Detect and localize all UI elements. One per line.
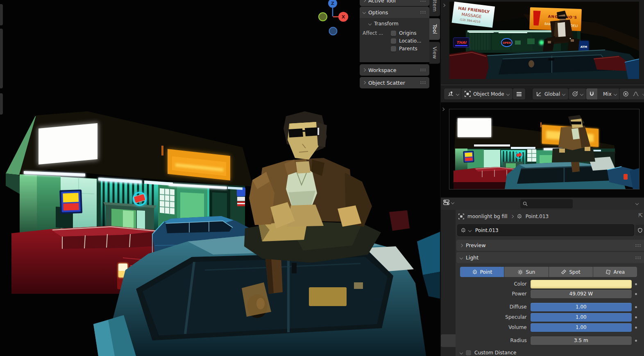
panel-body-options: Transform Affect ... Origins Locatio... … — [360, 18, 429, 62]
pivot-point-dropdown[interactable] — [569, 88, 586, 99]
snap-mode-dropdown[interactable]: Mix — [600, 91, 620, 97]
toolbar-button[interactable] — [0, 4, 3, 25]
color-swatch[interactable] — [531, 280, 632, 288]
light-icon — [460, 228, 466, 233]
volume-slider[interactable]: 1.00 — [531, 323, 632, 332]
toolbar-button[interactable] — [0, 93, 3, 115]
animate-dot[interactable] — [635, 340, 637, 342]
orientation-label: Global — [544, 91, 560, 97]
animate-dot[interactable] — [635, 293, 637, 295]
chevron-right-icon — [460, 243, 463, 247]
radius-field[interactable]: 3.5 m — [531, 336, 632, 345]
editor-type-button[interactable] — [443, 199, 454, 206]
transform-orientation-icon — [536, 91, 542, 97]
falloff-curve-icon[interactable] — [633, 91, 639, 97]
checkbox-origins[interactable] — [391, 31, 396, 36]
panel-header-light[interactable]: Light — [456, 252, 644, 263]
mode-dropdown[interactable]: Object Mode — [461, 88, 512, 99]
fake-user-button[interactable] — [635, 225, 644, 236]
collapse-arrow[interactable] — [442, 4, 445, 7]
subpanel-transform[interactable]: Transform — [360, 18, 429, 28]
editor-divider[interactable] — [440, 197, 644, 198]
point-light-icon — [517, 214, 522, 219]
panel-header-object-scatter[interactable]: Object Scatter — [360, 77, 429, 88]
breadcrumb-data[interactable]: Point.013 — [526, 214, 549, 219]
affect-label: Affect ... — [363, 30, 388, 36]
light-type-area[interactable]: Area — [593, 267, 637, 277]
id-name-field[interactable]: Point.013 — [458, 225, 634, 236]
pin-id-icon[interactable]: ⇱ — [638, 212, 643, 219]
checkbox-locations[interactable] — [391, 38, 396, 44]
chevron-down-icon[interactable] — [635, 202, 639, 205]
light-type-point[interactable]: Point — [460, 267, 504, 277]
shield-icon — [637, 228, 643, 233]
npanel-tab-item[interactable]: Item — [429, 0, 440, 16]
animate-dot[interactable] — [635, 306, 637, 308]
search-input[interactable] — [520, 199, 573, 208]
npanel-tab-view[interactable]: View — [429, 42, 440, 64]
svg-text:ATM: ATM — [581, 45, 587, 49]
light-type-spot[interactable]: Spot — [549, 267, 593, 277]
toolbar-button-group[interactable] — [0, 29, 3, 88]
point-light-icon — [472, 269, 478, 275]
viewport-3d[interactable]: Z X Active Tool Options Transform Affect… — [0, 0, 440, 356]
custom-distance-row[interactable]: Custom Distance — [460, 350, 516, 356]
panel-title: Preview — [466, 242, 486, 248]
panel-header-workspace[interactable]: Workspace — [360, 64, 429, 76]
chevron-down-icon — [642, 92, 644, 95]
properties-editor: moonlight bg fill Point.013 ⇱ Point.013 — [440, 198, 644, 356]
breadcrumb-object[interactable]: moonlight bg fill — [467, 214, 508, 219]
panel-title: Light — [466, 255, 478, 261]
chevron-right-icon — [363, 0, 366, 2]
name-field-value: Point.013 — [475, 228, 499, 233]
viewport-menu-button[interactable] — [513, 88, 525, 99]
chevron-right-icon — [363, 68, 366, 72]
npanel-tab-tool[interactable]: Tool — [429, 18, 440, 40]
panel-header-options[interactable]: Options — [360, 7, 429, 18]
chevron-down-icon — [580, 92, 583, 95]
svg-text:OPEN: OPEN — [503, 41, 511, 45]
snap-group: Mix — [586, 88, 620, 99]
checkbox-parents[interactable] — [391, 46, 396, 52]
diffuse-label: Diffuse — [455, 304, 527, 310]
spot-light-icon — [561, 269, 567, 275]
proportional-edit-icon[interactable] — [623, 91, 629, 97]
chevron-down-icon — [614, 92, 617, 95]
power-label: Power — [455, 291, 527, 297]
viewport-camera[interactable] — [440, 102, 644, 198]
color-label: Color — [455, 281, 527, 287]
panel-title: Workspace — [368, 67, 396, 73]
light-type-sun[interactable]: Sun — [504, 267, 548, 277]
animate-dot[interactable] — [635, 283, 637, 285]
specular-slider[interactable]: 1.00 — [531, 313, 632, 322]
object-icon — [458, 214, 464, 219]
chevron-right-icon — [510, 215, 513, 218]
animate-dot[interactable] — [635, 316, 637, 318]
chevron-down-icon — [460, 256, 463, 259]
volume-label: Volume — [455, 324, 527, 330]
orientation-dropdown[interactable]: Global — [533, 88, 568, 99]
power-field[interactable]: 49.092 W — [531, 290, 632, 298]
grip-icon — [420, 11, 426, 14]
custom-distance-checkbox[interactable] — [466, 350, 471, 356]
chevron-down-icon — [460, 351, 463, 354]
editor-type-button[interactable] — [444, 88, 462, 99]
image-editor[interactable]: HAI FRIENDLY MASSAGE (13) 394-4210 ANGEL… — [440, 0, 644, 85]
collapse-arrow[interactable] — [441, 108, 444, 111]
panel-header-preview[interactable]: Preview — [456, 240, 644, 251]
snap-toggle[interactable] — [586, 88, 597, 99]
svg-text:X: X — [342, 14, 345, 20]
gizmo-y-axis — [319, 13, 327, 21]
open-neon-sign: OPEN — [501, 38, 512, 47]
chevron-down-icon — [363, 11, 366, 14]
navigation-gizmo[interactable]: Z X — [315, 0, 361, 38]
properties-editor-icon — [443, 199, 450, 206]
panel-header-active-tool[interactable]: Active Tool — [360, 0, 429, 6]
grip-icon — [635, 256, 641, 259]
editor-divider[interactable] — [440, 0, 441, 356]
chevron-down-icon — [468, 228, 472, 232]
chevron-down-icon — [451, 201, 454, 204]
animate-dot[interactable] — [635, 327, 637, 329]
radius-label: Radius — [455, 338, 527, 343]
diffuse-slider[interactable]: 1.00 — [531, 303, 632, 311]
